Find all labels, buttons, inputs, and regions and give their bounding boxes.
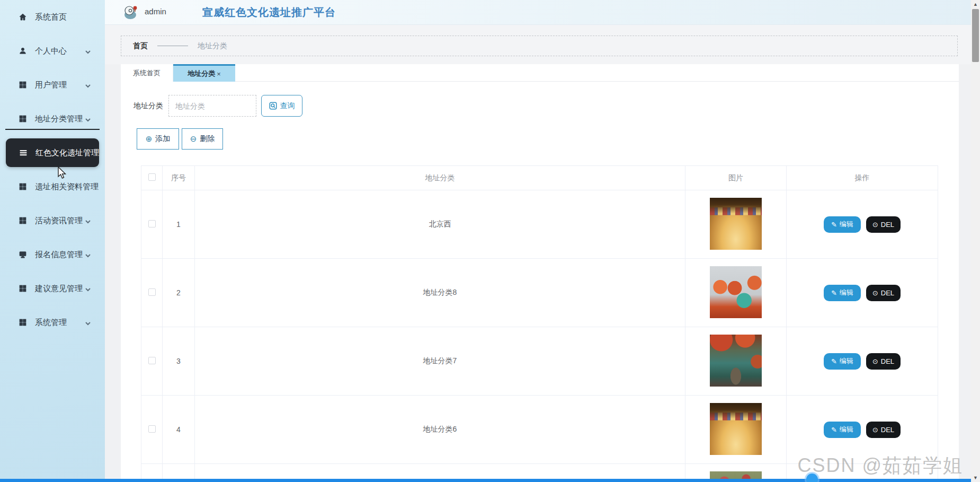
circle-dot-icon: ⊙: [872, 221, 878, 229]
delete-button[interactable]: ⊖ 删除: [182, 128, 223, 150]
category-search-input[interactable]: [168, 95, 256, 117]
row-category: 地址分类6: [195, 396, 685, 464]
row-category: [195, 464, 685, 479]
column-header-image: 图片: [685, 166, 787, 190]
sidebar-item-activity-news-management[interactable]: 活动资讯管理: [0, 204, 105, 238]
edit-button[interactable]: ✎编辑: [824, 216, 861, 233]
pencil-icon: ✎: [831, 357, 837, 365]
search-icon: [269, 102, 277, 110]
list-icon: [19, 148, 28, 157]
del-button[interactable]: ⊙DEL: [866, 285, 901, 301]
row-seq: 2: [163, 259, 195, 327]
museum-exhibit-photo[interactable]: [710, 403, 762, 455]
query-button[interactable]: 查询: [261, 95, 302, 117]
circle-dot-icon: ⊙: [872, 289, 878, 297]
scrollbar-thumb[interactable]: [972, 9, 979, 62]
main-area: admin 宣威红色文化遗址推广平台 首页 地址分类 系统首页 地址分类 × 地…: [105, 0, 971, 479]
filter-label: 地址分类: [133, 101, 163, 111]
sidebar-item-label: 个人中心: [35, 46, 67, 56]
breadcrumb-home[interactable]: 首页: [133, 41, 148, 51]
scroll-down-arrow-icon[interactable]: ▼: [971, 474, 980, 482]
tab-bar: 系统首页 地址分类 ×: [121, 64, 959, 82]
sidebar-item-system-management[interactable]: 系统管理: [0, 305, 105, 339]
autumn-river-boat-photo[interactable]: [710, 335, 762, 387]
tab-address-category[interactable]: 地址分类 ×: [173, 64, 235, 82]
csdn-watermark: CSDN @茹茹学姐: [797, 453, 963, 479]
sidebar-item-site-materials-management[interactable]: 遗址相关资料管理: [0, 170, 105, 204]
row-checkbox[interactable]: [148, 357, 156, 364]
row-seq: 3: [163, 327, 195, 396]
column-header-seq: 序号: [163, 166, 195, 190]
add-button[interactable]: ⊕ 添加: [137, 128, 179, 150]
sidebar-item-system-home[interactable]: 系统首页: [0, 0, 105, 34]
sidebar-item-user-management[interactable]: 用户管理: [0, 68, 105, 102]
chevron-down-icon: [85, 116, 91, 122]
chevron-down-icon: [85, 217, 91, 224]
row-seq: 4: [163, 396, 195, 464]
row-category: 地址分类7: [195, 327, 685, 396]
sidebar-item-label: 报名信息管理: [35, 250, 83, 260]
grid-icon: [18, 114, 28, 124]
breadcrumb: 首页 地址分类: [121, 36, 958, 56]
tab-system-home[interactable]: 系统首页: [121, 64, 173, 82]
grid-icon: [18, 80, 28, 90]
row-category: 北京西: [195, 190, 685, 259]
circle-dot-icon: ⊙: [872, 357, 878, 365]
sidebar-item-address-category-management[interactable]: 地址分类管理: [0, 102, 105, 136]
table-row: 3 地址分类7 ✎编辑 ⊙DEL: [141, 327, 938, 396]
avatar[interactable]: [122, 4, 138, 20]
sidebar-item-label: 建议意见管理: [35, 284, 83, 294]
row-checkbox[interactable]: [148, 425, 156, 433]
green-red-vegetation-photo[interactable]: [710, 471, 762, 479]
vertical-scrollbar[interactable]: ▲ ▼: [971, 0, 980, 482]
edit-button[interactable]: ✎编辑: [824, 353, 861, 370]
sidebar-separator: [5, 129, 100, 130]
sidebar-item-registration-info-management[interactable]: 报名信息管理: [0, 238, 105, 271]
minus-circle-icon: ⊖: [190, 134, 197, 144]
scroll-up-arrow-icon[interactable]: ▲: [971, 0, 980, 8]
row-checkbox[interactable]: [148, 288, 156, 296]
user-icon: [18, 46, 28, 56]
sidebar: 系统首页 个人中心 用户管理 地址分类管理 红色: [0, 0, 105, 479]
sidebar-item-personal-center[interactable]: 个人中心: [0, 34, 105, 68]
tab-close-icon[interactable]: ×: [217, 70, 221, 78]
blue-dot-handle[interactable]: [806, 474, 818, 482]
red-costume-performers-photo[interactable]: [710, 266, 762, 318]
chevron-down-icon: [85, 48, 91, 54]
row-checkbox[interactable]: [148, 220, 156, 227]
grid-icon: [18, 216, 28, 225]
bottom-blue-bar: [0, 479, 971, 482]
grid-icon: [18, 284, 28, 293]
edit-button[interactable]: ✎编辑: [824, 285, 861, 301]
row-seq: [163, 464, 195, 479]
edit-button[interactable]: ✎编辑: [824, 422, 861, 438]
sidebar-item-label: 地址分类管理: [35, 114, 83, 124]
content-panel: 系统首页 地址分类 × 地址分类 查询 ⊕ 添加 ⊖ 删除: [121, 64, 959, 479]
sidebar-item-label: 活动资讯管理: [35, 216, 83, 226]
sidebar-item-label: 系统首页: [35, 12, 67, 22]
chevron-down-icon: [85, 82, 91, 88]
breadcrumb-strip: 首页 地址分类: [105, 25, 971, 64]
pencil-icon: ✎: [831, 289, 837, 297]
del-button[interactable]: ⊙DEL: [866, 422, 901, 438]
del-button[interactable]: ⊙DEL: [866, 216, 901, 233]
chevron-down-icon: [85, 319, 91, 326]
museum-exhibit-photo[interactable]: [710, 198, 762, 250]
sidebar-item-label: 系统管理: [35, 318, 67, 328]
sidebar-item-label: 遗址相关资料管理: [35, 182, 99, 192]
del-button[interactable]: ⊙DEL: [866, 353, 901, 370]
select-all-checkbox[interactable]: [148, 173, 156, 181]
circle-dot-icon: ⊙: [872, 426, 878, 434]
sidebar-item-suggestions-management[interactable]: 建议意见管理: [0, 271, 105, 305]
sidebar-item-red-culture-site-management[interactable]: 红色文化遗址管理: [6, 138, 99, 167]
chevron-down-icon: [85, 251, 91, 258]
table-row: 1 北京西 ✎编辑 ⊙DEL: [141, 190, 938, 259]
pencil-icon: ✎: [831, 426, 837, 434]
row-seq: 1: [163, 190, 195, 259]
monitor-icon: [18, 250, 28, 259]
app-window: 系统首页 个人中心 用户管理 地址分类管理 红色: [0, 0, 980, 482]
grid-icon: [18, 182, 28, 191]
breadcrumb-divider: [157, 46, 188, 46]
sidebar-item-label: 红色文化遗址管理: [35, 148, 99, 158]
table-header-row: 序号 地址分类 图片 操作: [141, 166, 938, 190]
